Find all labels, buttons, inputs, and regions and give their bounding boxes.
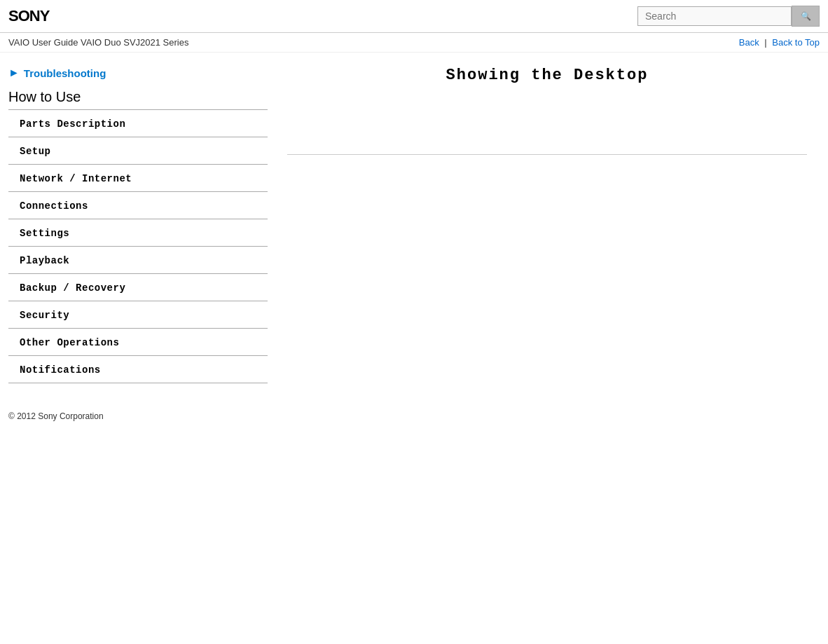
nav-separator: |: [764, 37, 769, 48]
sidebar-item-other-operations[interactable]: Other Operations: [8, 329, 268, 356]
sidebar-item-connections[interactable]: Connections: [8, 192, 268, 219]
search-icon: 🔍: [801, 11, 811, 21]
sidebar-item-parts-description[interactable]: Parts Description: [8, 110, 268, 137]
page-title: Showing the Desktop: [287, 67, 807, 84]
troubleshooting-section: ► Troubleshooting: [8, 67, 266, 79]
header: SONY 🔍: [0, 0, 828, 33]
troubleshooting-label[interactable]: ► Troubleshooting: [8, 67, 266, 79]
content-area: Showing the Desktop: [266, 53, 828, 397]
sidebar: ► Troubleshooting How to Use Parts Descr…: [0, 53, 266, 397]
sidebar-item-backup-recovery[interactable]: Backup / Recovery: [8, 274, 268, 301]
sony-logo: SONY: [8, 7, 49, 25]
sidebar-item-network-internet[interactable]: Network / Internet: [8, 165, 268, 192]
back-link[interactable]: Back: [739, 37, 759, 48]
breadcrumb-bar: VAIO User Guide VAIO Duo SVJ2021 Series …: [0, 33, 828, 53]
arrow-right-icon: ►: [8, 67, 20, 79]
content-divider: [287, 154, 807, 155]
sidebar-item-settings[interactable]: Settings: [8, 219, 268, 247]
sidebar-item-security[interactable]: Security: [8, 301, 268, 329]
footer: © 2012 Sony Corporation: [0, 397, 828, 428]
back-to-top-link[interactable]: Back to Top: [772, 37, 820, 48]
sidebar-item-setup[interactable]: Setup: [8, 137, 268, 165]
search-area: 🔍: [637, 6, 820, 27]
sidebar-item-notifications[interactable]: Notifications: [8, 356, 268, 383]
how-to-use-heading[interactable]: How to Use: [8, 89, 266, 105]
copyright: © 2012 Sony Corporation: [8, 411, 104, 421]
search-input[interactable]: [637, 6, 792, 26]
search-button[interactable]: 🔍: [792, 6, 820, 27]
main-container: ► Troubleshooting How to Use Parts Descr…: [0, 53, 828, 397]
guide-label: VAIO User Guide VAIO Duo SVJ2021 Series: [8, 37, 188, 48]
sidebar-item-playback[interactable]: Playback: [8, 247, 268, 274]
nav-links: Back | Back to Top: [739, 37, 820, 48]
